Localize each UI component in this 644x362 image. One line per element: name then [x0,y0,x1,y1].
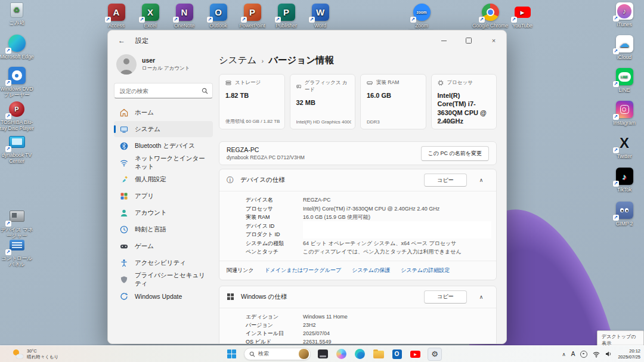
dvd-player-icon: ↗ [8,67,26,84]
copy-device-spec-button[interactable]: コピー [424,174,467,187]
desktop-icon-youtube[interactable]: ▶↗ YouTube [503,4,541,29]
desktop-icon-powerpoint[interactable]: P↗ PowerPoint [233,4,271,29]
close-button[interactable]: × [481,30,506,51]
desktop-icon-device-manager[interactable]: ↗ デバイス マネージャー [0,208,34,239]
chevron-up-icon[interactable]: ∧ [473,294,489,300]
sidebar-item-gaming[interactable]: ゲーム [114,238,213,254]
sidebar-item-home[interactable]: ホーム [114,104,213,120]
tray-chevron-up-icon[interactable]: ∧ [562,351,566,357]
desktop-icon-edge[interactable]: ↗ Microsoft Edge [0,35,34,60]
minimize-button[interactable] [431,30,456,51]
back-button[interactable]: ← [114,33,129,48]
chevron-up-icon[interactable]: ∧ [473,177,489,183]
taskbar-search[interactable]: 検索 [244,348,311,360]
taskbar-copilot[interactable] [335,348,348,360]
sidebar-item-label: Windows Update [135,293,182,300]
itunes-icon: ♪↗ [616,2,633,20]
desktop-icon-instagram[interactable]: ↗ Instagram [605,101,643,126]
desktop-icon-icloud[interactable]: ☁↗ iCloud [605,35,643,60]
desktop-icon-outlook[interactable]: O↗ Outlook [199,4,237,29]
weather-widget[interactable]: 30°C 晴れ時々くもり [13,346,58,362]
desktop-icon-dynabook-tv[interactable]: ↗ dynabook TV Center [0,133,34,164]
desktop-icon-publisher[interactable]: P↗ Publisher [267,4,305,29]
line-icon: LINE↗ [616,68,633,85]
sidebar-item-bluetooth-devices[interactable]: Bluetooth とデバイス [114,138,213,154]
gimp-icon: ↗ [616,202,633,219]
account-block[interactable]: user ローカル アカウント [116,54,213,75]
clock[interactable]: 20:12 2025/07/25 [618,348,640,360]
cpu-icon [438,80,444,86]
taskbar-youtube[interactable]: ▶ [409,348,422,360]
taskbar-explorer[interactable] [372,348,385,360]
desktop-icon-access[interactable]: A↗ Access [97,4,135,29]
maximize-button[interactable] [456,30,481,51]
taskbar-settings-active[interactable]: ⚙ [428,348,442,361]
taskbar-outlook[interactable]: O [391,348,403,360]
tiktok-icon: ♪↗ [616,168,633,185]
sidebar-item-label: プライバシーとセキュリティ [135,271,208,288]
desktop-icon-recycle-bin[interactable]: ♻ ごみ箱 [0,2,34,26]
settings-search[interactable] [114,83,213,98]
sidebar-item-time-language[interactable]: 時刻と言語 [114,221,213,237]
sidebar-item-label: Bluetooth とデバイス [135,142,195,150]
update-icon [119,292,128,301]
sidebar-item-accessibility[interactable]: アクセシビリティ [114,255,213,271]
start-button[interactable] [225,348,238,360]
card-storage: ストレージ 1.82 TB 使用領域 60 GB / 1.82 TB [219,74,285,129]
settings-search-input[interactable] [119,87,202,95]
recycle-bin-icon: ♻ [10,2,23,18]
sidebar-item-system[interactable]: システム [114,121,213,137]
sidebar-item-privacy-security[interactable]: プライバシーとセキュリティ [114,271,213,287]
sidebar-item-accounts[interactable]: アカウント [114,205,213,221]
breadcrumb-parent[interactable]: システム [219,54,256,67]
sidebar-item-windows-update[interactable]: Windows Update [114,288,213,304]
related-links: 関連リンク ドメインまたはワークグループ システムの保護 システムの詳細設定 [219,261,496,280]
sidebar-item-label: ゲーム [135,242,154,250]
desktop-icon-line[interactable]: LINE↗ LINE [605,68,643,93]
taskbar-edge[interactable] [354,348,366,360]
search-icon [249,351,255,357]
wifi-icon [119,158,128,167]
link-system-protection[interactable]: システムの保護 [352,267,390,274]
gamepad-icon [119,242,128,250]
desktop-icon-twitter-x[interactable]: X↗ Twitter [605,134,643,159]
brush-icon [119,175,128,184]
sidebar-item-personalization[interactable]: 個人用設定 [114,171,213,187]
edge-icon [355,349,365,359]
shield-icon [119,275,128,284]
sidebar-item-network[interactable]: ネットワークとインターネット [114,154,213,171]
windows-logo-icon [227,349,236,358]
sidebar-item-label: アカウント [135,209,167,217]
desktop-icon-itunes[interactable]: ♪↗ iTunes [605,2,643,27]
rename-pc-button[interactable]: この PC の名前を変更 [421,146,489,161]
desktop-icon-onenote[interactable]: N↗ OneNote [165,4,203,29]
sidebar-item-label: 個人用設定 [135,175,166,184]
device-spec-header[interactable]: ⓘ デバイスの仕様 コピー ∧ [219,169,496,191]
volume-icon[interactable] [605,351,612,357]
wifi-icon[interactable] [593,351,600,358]
outlook-icon: O [392,349,402,359]
copy-windows-spec-button[interactable]: コピー [424,290,467,304]
gpu-icon [296,83,301,89]
ram-icon [367,80,373,86]
windows-spec-header[interactable]: Windows の仕様 コピー ∧ [219,286,496,308]
tv-icon: ↗ [8,133,26,150]
desktop-icon-control-panel[interactable]: ↗ コントロール パネル [0,236,34,267]
link-advanced-system-settings[interactable]: システムの詳細設定 [401,267,450,274]
tray-app-icon[interactable] [580,351,587,358]
device-name: REGZA-PC [227,146,305,153]
taskbar-center: 検索 O ▶ ⚙ [225,346,442,362]
desktop-icon-tiktok[interactable]: ♪↗ TikTok [605,168,643,193]
taskbar-app-dark[interactable] [317,348,329,360]
desktop-icon-gimp[interactable]: ↗ GIMP 2 [605,202,643,227]
desktop-icon-toshiba-bluray[interactable]: P↗ TOSHIBA Blu-ray Disc Player [0,100,34,131]
sidebar-item-apps[interactable]: アプリ [114,188,213,204]
ime-indicator[interactable]: A [571,351,575,357]
desktop-icon-word[interactable]: W↗ Word [301,4,339,29]
system-tray: ∧ A 20:12 2025/07/25 [562,346,640,362]
sidebar-item-label: システム [135,125,160,134]
zoom-icon: zoom↗ [413,4,431,21]
link-domain-workgroup[interactable]: ドメインまたはワークグループ [265,267,342,274]
desktop-icon-excel[interactable]: X↗ Excel [131,4,169,29]
desktop-icon-dvd-player[interactable]: ↗ Windows DVD プレーヤー [0,67,34,98]
